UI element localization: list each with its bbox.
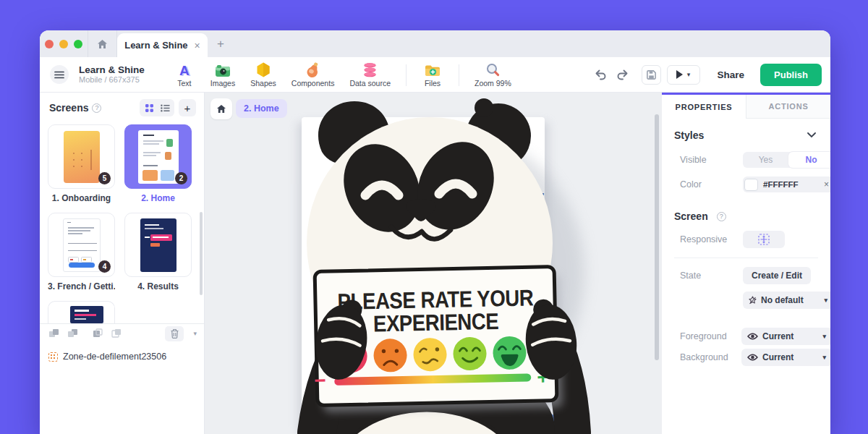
hamburger-icon (54, 71, 64, 79)
list-icon (161, 104, 170, 112)
chevron-down-icon: ▾ (687, 71, 691, 78)
default-state-dropdown[interactable]: No default ▾ (743, 292, 830, 309)
eye-icon (747, 354, 758, 361)
layers-list: Zone-de-defilement23506 (40, 343, 204, 434)
view-toggle (140, 99, 174, 116)
hexagon-icon (256, 62, 271, 77)
color-label: Color (680, 179, 702, 190)
canvas-scrollbar[interactable] (655, 114, 659, 360)
tool-zoom[interactable]: Zoom 99% (475, 62, 511, 88)
chevron-down-icon: ▾ (822, 333, 826, 340)
hamburger-menu-button[interactable] (50, 65, 69, 84)
chevron-down-icon[interactable]: ▾ (193, 330, 197, 337)
list-view-button[interactable] (157, 101, 173, 115)
create-edit-state-button[interactable]: Create / Edit (743, 267, 811, 284)
save-button[interactable] (642, 65, 661, 85)
styles-section-header[interactable]: Styles (674, 129, 816, 141)
interaction-count-badge: 2 (175, 172, 187, 184)
tool-components[interactable]: Components (292, 62, 335, 88)
breadcrumb-screen-pill[interactable]: 2. Home (236, 99, 287, 118)
foreground-label: Foreground (680, 331, 727, 341)
responsive-button[interactable] (743, 231, 785, 248)
project-tab[interactable]: Learn & Shine × (117, 33, 208, 57)
visible-toggle: Yes No (743, 152, 830, 168)
add-screen-button[interactable]: + (179, 99, 196, 116)
interaction-count-badge: 4 (98, 260, 111, 273)
close-tab-icon[interactable]: × (195, 40, 200, 51)
tab-actions[interactable]: ACTIONS (746, 95, 830, 119)
screen-thumbnail (63, 218, 101, 272)
no-default-icon (749, 296, 757, 305)
screen-thumbnail (59, 305, 114, 323)
background-dropdown[interactable]: Current ▾ (741, 349, 830, 366)
grid-view-button[interactable] (141, 101, 157, 115)
main-toolbar: Learn & Shine Mobile / 667x375 A Text Im… (40, 57, 830, 93)
publish-button[interactable]: Publish (760, 64, 822, 86)
home-icon (216, 104, 226, 114)
screen-card-results[interactable]: 4. Results (124, 213, 192, 292)
tool-shapes[interactable]: Shapes (250, 62, 276, 88)
tool-text[interactable]: A Text (174, 62, 195, 88)
visible-no-option[interactable]: No (788, 152, 830, 168)
toolbar-divider (406, 64, 407, 86)
delete-button[interactable] (165, 326, 184, 341)
project-info: Learn & Shine Mobile / 667x375 (79, 64, 145, 85)
database-icon (363, 62, 377, 77)
breadcrumb-home-button[interactable] (210, 98, 232, 119)
clear-color-icon[interactable]: × (824, 179, 829, 190)
chevron-down-icon: ▾ (822, 354, 826, 361)
tool-data-source[interactable]: Data source (349, 62, 391, 88)
screen-card-french[interactable]: 4 3. French / Getti... (48, 213, 115, 292)
sidebar-scrollbar[interactable] (200, 212, 203, 295)
canvas-artwork[interactable]: y: (205, 93, 662, 434)
screen-thumbnail (140, 218, 176, 272)
color-swatch[interactable] (744, 179, 758, 191)
trash-icon (171, 329, 179, 339)
help-icon[interactable]: ? (92, 103, 101, 113)
color-field[interactable]: #FFFFFF × (743, 176, 830, 192)
bring-forward-icon[interactable] (92, 328, 103, 339)
layer-item-scroll-zone[interactable]: Zone-de-defilement23506 (40, 348, 204, 365)
undo-button[interactable] (592, 66, 610, 83)
sign-title-line2: EXPERIENCE (373, 308, 499, 336)
app-window: Learn & Shine × + Learn & Shine Mobile /… (40, 30, 830, 434)
design-canvas[interactable]: 2. Home y: (205, 93, 662, 434)
help-icon[interactable]: ? (717, 212, 726, 221)
home-tab[interactable] (88, 30, 117, 57)
screen-card-partial[interactable] (48, 301, 115, 323)
tool-files[interactable]: Files (422, 62, 443, 88)
preview-play-button[interactable]: ▾ (667, 65, 700, 85)
screens-grid: 5 1. Onboarding (40, 123, 204, 323)
eye-icon (747, 333, 758, 340)
tool-images[interactable]: Images (210, 62, 235, 88)
scroll-zone-icon (48, 352, 58, 362)
state-label: State (680, 271, 701, 281)
panel-tabs: PROPERTIES ACTIONS (662, 95, 830, 119)
new-tab-button[interactable]: + (208, 30, 234, 57)
foreground-dropdown[interactable]: Current ▾ (741, 328, 830, 345)
maximize-window-button[interactable] (74, 40, 82, 48)
screens-header: Screens ? + (40, 93, 204, 123)
breadcrumb: 2. Home (210, 98, 287, 119)
visible-yes-option[interactable]: Yes (743, 152, 788, 168)
screens-sidebar: Screens ? + (40, 93, 205, 434)
redo-button[interactable] (614, 66, 631, 83)
home-icon (97, 39, 108, 49)
interaction-count-badge: 5 (98, 172, 111, 184)
send-backward-icon[interactable] (111, 328, 122, 339)
responsive-label: Responsive (680, 234, 727, 244)
arrange-toolbar: ▾ (40, 323, 204, 343)
screen-card-home[interactable]: 2 2. Home (124, 124, 192, 203)
close-window-button[interactable] (45, 40, 54, 48)
bring-to-front-icon[interactable] (48, 328, 59, 339)
tab-properties[interactable]: PROPERTIES (662, 95, 746, 119)
main-area: Screens ? + (40, 93, 830, 434)
text-tool-icon: A (179, 62, 190, 77)
screen-card-onboarding[interactable]: 5 1. Onboarding (48, 124, 115, 203)
play-icon (676, 70, 683, 79)
share-button[interactable]: Share (718, 69, 745, 80)
send-to-back-icon[interactable] (67, 328, 78, 339)
project-title: Learn & Shine (79, 64, 145, 76)
divider (674, 258, 818, 258)
minimize-window-button[interactable] (59, 40, 68, 48)
